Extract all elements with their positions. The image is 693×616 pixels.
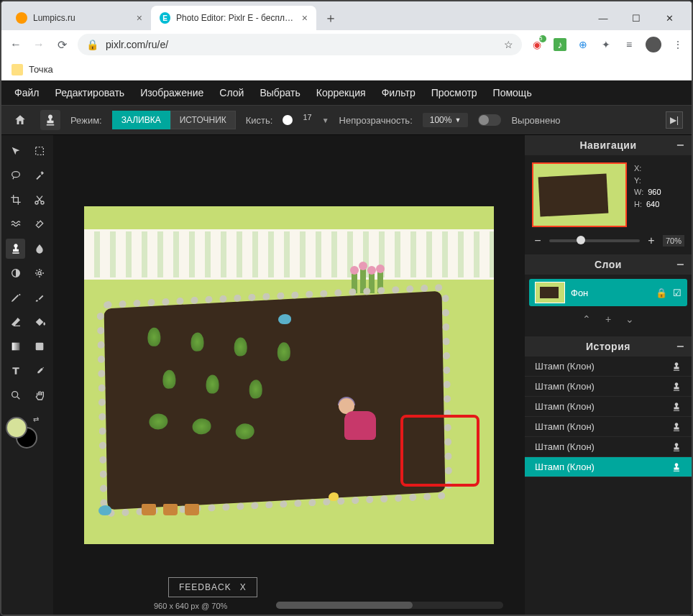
zoom-slider[interactable] — [549, 239, 640, 242]
chevron-down-icon[interactable]: ▼ — [322, 116, 329, 124]
star-icon[interactable]: ☆ — [504, 39, 513, 50]
reading-list-icon[interactable]: ≡ — [623, 38, 635, 51]
history-item[interactable]: Штамп (Клон) — [525, 377, 692, 397]
menu-image[interactable]: Изображение — [140, 87, 203, 98]
favicon — [16, 12, 27, 24]
brush-tool[interactable] — [29, 288, 49, 308]
feedback-button[interactable]: FEEDBACK X — [168, 577, 257, 597]
history-item[interactable]: Штамп (Клон) — [525, 397, 692, 417]
mode-source-button[interactable]: ИСТОЧНИК — [170, 111, 236, 129]
stamp-tool-icon[interactable] — [40, 110, 60, 130]
browser-tab-2[interactable]: E Photo Editor: Pixlr E - бесплатны × — [151, 6, 316, 30]
history-item-active[interactable]: Штамп (Клон) — [525, 457, 692, 477]
reload-button[interactable]: ⟳ — [55, 37, 69, 52]
history-panel-header[interactable]: История − — [525, 336, 692, 357]
new-tab-button[interactable]: ＋ — [321, 8, 341, 28]
w-label: W: — [634, 188, 643, 196]
brush-preview[interactable] — [283, 115, 293, 125]
ext-icon-1[interactable]: ◉5 — [531, 38, 543, 51]
zoom-value[interactable]: 70% — [663, 235, 684, 247]
color-swatch[interactable]: ⇄ — [6, 417, 37, 449]
ext-icon-3[interactable]: ⊕ — [577, 38, 589, 51]
minimize-icon[interactable]: − — [676, 339, 684, 354]
menu-edit[interactable]: Редактировать — [55, 87, 124, 98]
mode-fill-button[interactable]: ЗАЛИВКА — [112, 111, 170, 129]
menu-file[interactable]: Файл — [14, 87, 39, 98]
browser-tab-1[interactable]: Lumpics.ru × — [7, 6, 151, 30]
panel-title: Слои — [595, 259, 622, 270]
lock-icon[interactable]: 🔒 — [656, 288, 667, 298]
crop-tool[interactable] — [6, 190, 25, 210]
cut-tool[interactable] — [29, 190, 49, 210]
minimize-button[interactable]: — — [587, 6, 620, 30]
opacity-dropdown[interactable]: 100% ▼ — [423, 113, 469, 127]
eyedropper-tool[interactable] — [29, 361, 49, 381]
marquee-tool[interactable] — [29, 141, 49, 161]
zoom-out-button[interactable]: − — [532, 234, 543, 247]
close-icon[interactable]: × — [137, 12, 142, 24]
layer-down-button[interactable]: ⌄ — [625, 313, 634, 325]
collapse-panels-icon[interactable]: ▶| — [666, 111, 683, 129]
extensions-icon[interactable]: ✦ — [600, 38, 612, 51]
lasso-tool[interactable] — [6, 165, 25, 185]
canvas[interactable] — [84, 206, 494, 544]
zoom-in-button[interactable]: + — [646, 234, 657, 247]
sponge-tool[interactable] — [29, 263, 49, 283]
layer-item[interactable]: Фон 🔒 ☑ — [529, 279, 687, 306]
visibility-icon[interactable]: ☑ — [673, 288, 681, 298]
eraser-tool[interactable] — [6, 312, 25, 332]
x-label: X: — [634, 164, 641, 173]
feedback-close[interactable]: X — [240, 582, 247, 592]
favicon: E — [160, 12, 170, 24]
workspace: ⇄ — [1, 135, 692, 615]
bookmark-item[interactable]: Точка — [29, 64, 53, 75]
back-button[interactable]: ← — [9, 37, 23, 52]
wand-tool[interactable] — [29, 165, 49, 185]
shape-tool[interactable] — [29, 336, 49, 357]
nav-thumbnail[interactable] — [532, 162, 627, 227]
stamp-icon — [671, 422, 681, 432]
gradient-tool[interactable] — [6, 336, 25, 357]
menu-layer[interactable]: Слой — [219, 87, 244, 98]
pen-tool[interactable] — [6, 288, 25, 308]
forward-button[interactable]: → — [32, 37, 46, 52]
text-tool[interactable] — [6, 361, 25, 381]
clone-stamp-tool[interactable] — [6, 239, 25, 259]
nav-panel-header[interactable]: Навигации − — [525, 135, 692, 155]
close-button[interactable]: ✕ — [653, 6, 686, 30]
dodge-tool[interactable] — [6, 263, 25, 283]
history-item[interactable]: Штамп (Клон) — [525, 357, 692, 377]
menu-adjust[interactable]: Коррекция — [316, 87, 366, 98]
history-item[interactable]: Штамп (Клон) — [525, 437, 692, 457]
menu-select[interactable]: Выбрать — [260, 87, 300, 98]
horizontal-scrollbar[interactable] — [276, 602, 503, 609]
mode-label: Режим: — [70, 115, 102, 126]
menu-icon[interactable]: ⋮ — [671, 38, 684, 51]
panel-title: История — [586, 341, 630, 352]
ext-icon-2[interactable]: ♪ — [554, 38, 566, 51]
swap-colors-icon[interactable]: ⇄ — [33, 415, 39, 423]
menu-view[interactable]: Просмотр — [431, 87, 477, 98]
history-item[interactable]: Штамп (Клон) — [525, 417, 692, 437]
minimize-icon[interactable]: − — [676, 257, 684, 272]
maximize-button[interactable]: ☐ — [620, 6, 653, 30]
hand-tool[interactable] — [29, 385, 49, 405]
foreground-color[interactable] — [6, 417, 27, 438]
heal-tool[interactable] — [29, 214, 49, 234]
aligned-toggle[interactable] — [478, 114, 501, 126]
layer-add-button[interactable]: + — [605, 313, 611, 325]
blur-tool[interactable] — [29, 239, 49, 259]
layers-panel-header[interactable]: Слои − — [525, 254, 692, 275]
layer-up-button[interactable]: ⌃ — [582, 313, 591, 325]
menu-help[interactable]: Помощь — [493, 87, 532, 98]
minimize-icon[interactable]: − — [676, 138, 684, 153]
home-icon[interactable] — [10, 110, 30, 130]
move-tool[interactable] — [6, 141, 25, 161]
zoom-tool[interactable] — [6, 385, 25, 405]
profile-icon[interactable] — [646, 37, 661, 52]
url-input[interactable]: 🔒 pixlr.com/ru/e/ ☆ — [78, 34, 522, 55]
menu-filter[interactable]: Фильтр — [382, 87, 416, 98]
close-icon[interactable]: × — [302, 12, 308, 24]
fill-tool[interactable] — [29, 312, 49, 332]
liquify-tool[interactable] — [6, 214, 25, 234]
